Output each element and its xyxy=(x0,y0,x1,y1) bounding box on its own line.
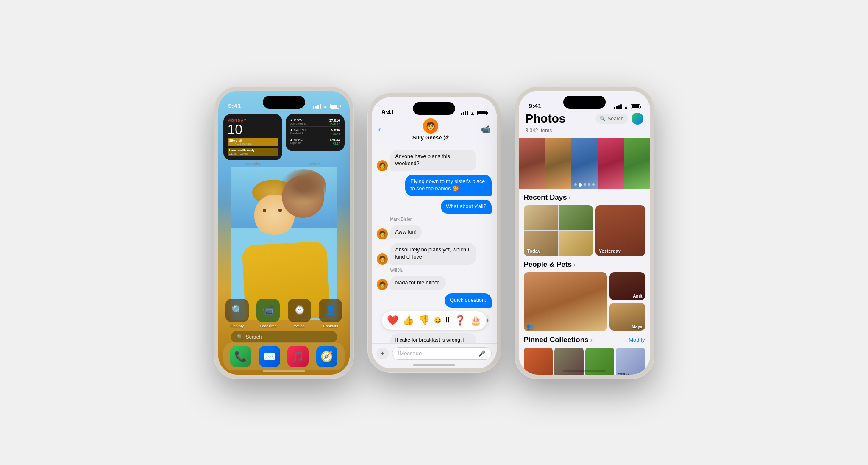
stocks-widget-label: Stocks xyxy=(286,162,345,166)
search-bar[interactable]: 🔍 Search xyxy=(231,331,337,343)
mic-icon[interactable]: 🎤 xyxy=(478,350,485,357)
dock-music[interactable]: 🎵 xyxy=(287,346,309,367)
maya-name: Maya xyxy=(632,324,642,329)
app-watch-label: Watch xyxy=(294,324,305,328)
app-facetime[interactable]: 📹 FaceTime xyxy=(256,299,280,328)
msg-avatar: 🧑 xyxy=(377,279,388,290)
stock-aapl-change: +3.17 xyxy=(329,142,340,145)
msg-bubble-received: Aww fun! xyxy=(390,225,422,239)
stock-sp-name: ▲ S&P 500 xyxy=(290,128,308,132)
tapback-exclaim[interactable]: ‼️ xyxy=(445,315,450,326)
app-findmy-icon[interactable]: 🔍 xyxy=(225,299,249,322)
message-item: 🧑 If cake for breakfast is wrong, I don'… xyxy=(377,333,492,343)
tapback-add-button[interactable]: + xyxy=(486,315,490,326)
stock-aapl-sub: Apple Inc. xyxy=(290,142,303,145)
battery-icon-2 xyxy=(477,111,487,115)
stock-dow-name: ▲ DOW xyxy=(290,118,307,122)
user-avatar[interactable] xyxy=(632,113,643,125)
pinned-thumb-4[interactable]: Meerut xyxy=(616,348,645,375)
search-icon: 🔍 xyxy=(237,334,243,340)
app-contacts-icon[interactable]: 👤 xyxy=(319,299,342,322)
status-icons: ▲ xyxy=(313,103,339,109)
amit-card[interactable]: Amit xyxy=(609,272,645,300)
dock-phone[interactable]: 📞 xyxy=(230,346,251,367)
photos-search-label: Search xyxy=(607,116,623,122)
app-facetime-icon[interactable]: 📹 xyxy=(256,299,280,322)
stocks-widget-wrapper[interactable]: ▲ DOW Dow Jones I... 37,816 +570.17 xyxy=(286,114,345,160)
pinned-header: Pinned Collections › Modify xyxy=(524,331,645,348)
msg-bubble-sent: Quick question: xyxy=(445,293,491,308)
tapback-cake[interactable]: 🎂 xyxy=(470,315,481,326)
scene: 9:41 ▲ xyxy=(197,70,671,396)
calendar-event-2: Lunch with Andy 11AM – 12PM xyxy=(228,148,278,156)
status-icons-3: ▲ xyxy=(614,104,640,109)
tapback-question[interactable]: ❓ xyxy=(454,315,466,326)
calendar-event-1-time: 10:15 – 10:45AM xyxy=(229,142,276,145)
stock-row-dow: ▲ DOW Dow Jones I... 37,816 +570.17 xyxy=(290,118,340,127)
dock-safari[interactable]: 🧭 xyxy=(316,346,337,367)
signal-bars-icon-2 xyxy=(461,111,468,115)
dot-3 xyxy=(584,183,586,186)
home-indicator xyxy=(263,370,305,372)
app-watch[interactable]: ⌚ Watch xyxy=(288,299,311,328)
phone1: 9:41 ▲ xyxy=(214,86,354,379)
app-contacts-label: Contacts xyxy=(323,324,338,328)
pinned-thumb-1[interactable] xyxy=(524,348,553,375)
home-screen: 9:41 ▲ xyxy=(218,91,350,375)
sender-label: Will Xu xyxy=(377,268,492,273)
today-label: Today xyxy=(527,248,541,253)
msg-avatar: 🧑 xyxy=(377,160,388,171)
tapback-thumbsup[interactable]: 👍 xyxy=(403,315,414,326)
stock-sp-price: 5,036 xyxy=(331,128,340,132)
yesterday-label: Yesterday xyxy=(599,248,621,253)
attachment-button[interactable]: + xyxy=(377,348,389,359)
people-pets-chevron[interactable]: › xyxy=(573,261,576,268)
yesterday-card[interactable]: Yesterday xyxy=(595,205,645,256)
video-call-button[interactable]: 📹 xyxy=(481,125,490,134)
msg-bubble-sent: Flying down to my sister's place to see … xyxy=(405,175,491,196)
maya-card[interactable]: Maya xyxy=(609,303,645,331)
dot-1 xyxy=(574,183,577,186)
dynamic-island-2 xyxy=(413,102,455,115)
msg-avatar: 🧑 xyxy=(377,228,388,239)
recent-days-chevron[interactable]: › xyxy=(569,194,571,201)
msg-bubble-received: Absolutely no plans yet, which I kind of… xyxy=(390,243,476,265)
widget-row: MONDAY 10 Site visit 10:15 – 10:45AM Lun… xyxy=(223,114,345,160)
amit-name: Amit xyxy=(633,294,642,298)
tapback-bar[interactable]: ❤️ 👍 👎 😆 ‼️ ❓ 🎂 + xyxy=(382,311,487,330)
person-card-main[interactable]: 👥 xyxy=(524,272,607,331)
pinned-modify-button[interactable]: Modify xyxy=(629,337,645,343)
back-button[interactable]: ‹ xyxy=(378,125,381,134)
app-contacts[interactable]: 👤 Contacts xyxy=(319,299,342,328)
app-watch-icon[interactable]: ⌚ xyxy=(288,299,311,322)
app-findmy[interactable]: 🔍 Find My xyxy=(225,299,249,328)
calendar-widget[interactable]: MONDAY 10 Site visit 10:15 – 10:45AM Lun… xyxy=(223,114,282,160)
tapback-thumbsdown[interactable]: 👎 xyxy=(418,315,430,326)
photos-search-button[interactable]: 🔍 Search xyxy=(595,114,628,124)
pinned-map-label: Meerut xyxy=(618,372,629,375)
calendar-widget-wrapper[interactable]: MONDAY 10 Site visit 10:15 – 10:45AM Lun… xyxy=(223,114,282,160)
stock-row-sp: ▲ S&P 500 Standard &... 5,036 +80.48 xyxy=(290,128,340,136)
calendar-date: 10 xyxy=(228,123,278,136)
contact-info[interactable]: 🧑 Silly Geese 🕊 xyxy=(412,118,449,141)
battery-icon xyxy=(330,104,339,109)
tapback-heart[interactable]: ❤️ xyxy=(387,315,398,326)
people-pets-header: People & Pets › xyxy=(524,256,645,272)
stock-row-aapl: ▲ AAPL Apple Inc. 170.33 +3.17 xyxy=(290,138,340,146)
people-pets-title: People & Pets xyxy=(524,260,572,269)
message-list: 🧑 Anyone have plans this weekend? Flying… xyxy=(372,145,497,343)
today-card[interactable]: Today xyxy=(524,205,593,256)
dock-mail[interactable]: ✉️ xyxy=(259,346,280,367)
stocks-widget[interactable]: ▲ DOW Dow Jones I... 37,816 +570.17 xyxy=(286,114,345,151)
stock-dow-price: 37,816 xyxy=(329,118,340,123)
pinned-chevron[interactable]: › xyxy=(590,336,593,344)
photos-dots xyxy=(519,183,650,187)
recent-days-header: Recent Days › xyxy=(524,189,645,205)
tapback-haha[interactable]: 😆 xyxy=(434,317,441,324)
message-input[interactable]: iMessage 🎤 xyxy=(392,347,492,360)
dot-2 xyxy=(579,183,582,187)
photos-title-row: Photos 🔍 Search xyxy=(526,112,643,125)
signal-bars-icon-3 xyxy=(614,104,622,109)
imessage-placeholder: iMessage xyxy=(398,350,422,356)
wifi-icon-3: ▲ xyxy=(624,104,629,109)
